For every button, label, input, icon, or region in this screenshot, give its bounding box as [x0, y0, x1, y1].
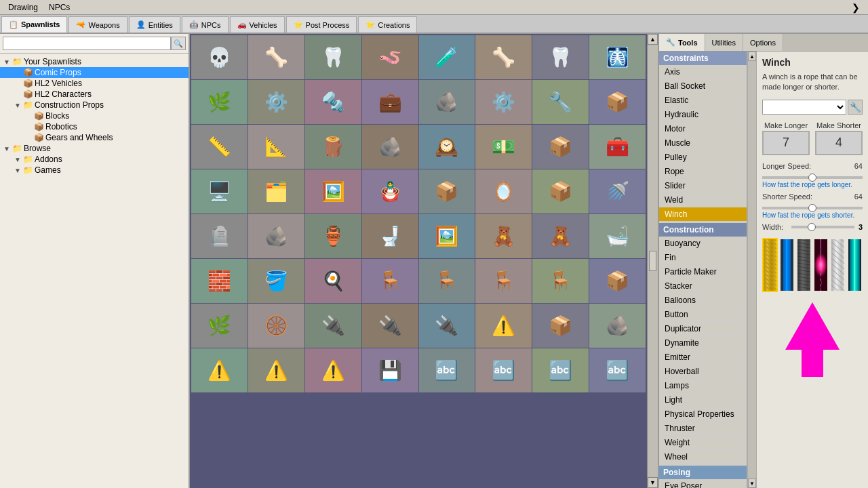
- make-longer-input[interactable]: [762, 131, 810, 155]
- prop-cell-62[interactable]: 🔤: [532, 348, 589, 392]
- prop-cell-33[interactable]: 🪨: [248, 214, 304, 258]
- prop-cell-50[interactable]: 🔌: [305, 304, 361, 348]
- make-shorter-input[interactable]: [815, 131, 863, 155]
- construction-item-particle-maker[interactable]: Particle Maker: [659, 265, 747, 279]
- prop-cell-51[interactable]: 🔌: [362, 304, 418, 348]
- construction-item-dynamite[interactable]: Dynamite: [659, 336, 747, 350]
- tab-creations[interactable]: ⭐ Creations: [358, 16, 417, 33]
- prop-cell-20[interactable]: 🕰️: [419, 125, 475, 169]
- rope-preview-2[interactable]: [796, 238, 812, 292]
- tree-item-gears[interactable]: 📦 Gears and Wheels: [0, 132, 189, 143]
- prop-cell-45[interactable]: 🪑: [475, 259, 532, 303]
- rope-preview-4[interactable]: [830, 238, 846, 292]
- scroll-thumb[interactable]: [649, 251, 656, 271]
- prop-cell-36[interactable]: 🖼️: [419, 214, 475, 258]
- construction-item-light[interactable]: Light: [659, 393, 747, 407]
- constraint-item-axis[interactable]: Axis: [659, 65, 747, 79]
- prop-cell-18[interactable]: 🪵: [305, 125, 361, 169]
- constraint-item-elastic[interactable]: Elastic: [659, 94, 747, 108]
- tree-item-spawnlists[interactable]: ▼ 📁 Your Spawnlists: [0, 56, 189, 67]
- right-tab-options[interactable]: Options: [743, 34, 783, 51]
- prop-cell-29[interactable]: 🪞: [475, 169, 532, 214]
- prop-cell-11[interactable]: 💼: [362, 80, 418, 124]
- menu-drawing[interactable]: Drawing: [3, 1, 43, 14]
- prop-cell-57[interactable]: ⚠️: [248, 348, 304, 392]
- prop-cell-22[interactable]: 📦: [532, 125, 589, 169]
- search-input[interactable]: [3, 37, 171, 50]
- construction-item-emitter[interactable]: Emitter: [659, 350, 747, 365]
- constraint-item-muscle[interactable]: Muscle: [659, 136, 747, 150]
- wrench-button[interactable]: 🔧: [848, 100, 863, 115]
- prop-cell-8[interactable]: 🌿: [191, 80, 248, 124]
- prop-cell-63[interactable]: 🔤: [589, 348, 646, 392]
- prop-cell-42[interactable]: 🍳: [305, 259, 361, 303]
- constraint-item-rope[interactable]: Rope: [659, 165, 747, 179]
- menu-npcs[interactable]: NPCs: [43, 1, 75, 14]
- right-tab-tools[interactable]: 🔧 Tools: [659, 34, 705, 51]
- prop-cell-44[interactable]: 🪑: [419, 259, 475, 303]
- tree-item-blocks[interactable]: 📦 Blocks: [0, 110, 189, 121]
- tree-item-hl2-chars[interactable]: 📦 HL2 Characters: [0, 89, 189, 100]
- prop-cell-3[interactable]: 🪱: [362, 35, 418, 79]
- construction-item-thruster[interactable]: Thruster: [659, 422, 747, 436]
- tree-item-construction-props[interactable]: ▼ 📁 Construction Props: [0, 100, 189, 110]
- tab-postprocess[interactable]: ⭐ Post Process: [286, 16, 357, 33]
- prop-cell-49[interactable]: 🛞: [248, 304, 304, 348]
- prop-cell-59[interactable]: 💾: [362, 348, 418, 392]
- prop-cell-43[interactable]: 🪑: [362, 259, 418, 303]
- scroll-up-btn[interactable]: ▲: [648, 34, 658, 45]
- prop-cell-7[interactable]: 🩻: [589, 35, 646, 79]
- prop-cell-9[interactable]: ⚙️: [248, 80, 304, 124]
- constraint-item-weld[interactable]: Weld: [659, 193, 747, 207]
- tab-vehicles[interactable]: 🚗 Vehicles: [230, 16, 285, 33]
- prop-cell-24[interactable]: 🖥️: [191, 169, 248, 214]
- prop-cell-27[interactable]: 🪆: [362, 169, 418, 214]
- tree-item-comic-props[interactable]: 📦 Comic Props: [0, 67, 189, 78]
- prop-cell-38[interactable]: 🧸: [532, 214, 589, 258]
- prop-cell-16[interactable]: 📏: [191, 125, 248, 169]
- rope-preview-1[interactable]: [779, 238, 795, 292]
- prop-cell-4[interactable]: 🧪: [419, 35, 475, 79]
- prop-cell-19[interactable]: 🪨: [362, 125, 418, 169]
- constraint-item-pulley[interactable]: Pulley: [659, 150, 747, 165]
- construction-item-fin[interactable]: Fin: [659, 251, 747, 265]
- construction-item-lamps[interactable]: Lamps: [659, 379, 747, 393]
- prop-cell-41[interactable]: 🪣: [248, 259, 304, 303]
- scroll-down-btn[interactable]: ▼: [648, 477, 658, 488]
- tree-item-browse[interactable]: ▼ 📁 Browse: [0, 143, 189, 154]
- prop-cell-55[interactable]: 🪨: [589, 304, 646, 348]
- prop-cell-23[interactable]: 🧰: [589, 125, 646, 169]
- prop-cell-0[interactable]: 💀: [191, 35, 248, 79]
- prop-cell-6[interactable]: 🦷: [532, 35, 589, 79]
- construction-item-duplicator[interactable]: Duplicator: [659, 322, 747, 336]
- tree-item-hl2-vehicles[interactable]: 📦 HL2 Vehicles: [0, 78, 189, 89]
- rope-preview-5[interactable]: [847, 238, 863, 292]
- prop-cell-15[interactable]: 📦: [589, 80, 646, 124]
- prop-cell-61[interactable]: 🔤: [475, 348, 532, 392]
- construction-item-balloons[interactable]: Balloons: [659, 293, 747, 308]
- construction-item-buoyancy[interactable]: Buoyancy: [659, 237, 747, 251]
- tree-item-addons[interactable]: ▼ 📁 Addons: [0, 154, 189, 165]
- constraint-item-motor[interactable]: Motor: [659, 122, 747, 136]
- prop-cell-34[interactable]: 🏺: [305, 214, 361, 258]
- prop-cell-46[interactable]: 🪑: [532, 259, 589, 303]
- rope-preview-0[interactable]: [762, 238, 778, 292]
- rope-preview-3[interactable]: [813, 238, 829, 292]
- prop-cell-21[interactable]: 💵: [475, 125, 532, 169]
- construction-item-button[interactable]: Button: [659, 308, 747, 322]
- right-tab-utilities[interactable]: Utilities: [705, 34, 743, 51]
- tab-spawnlists[interactable]: 📋 Spawnlists: [1, 16, 67, 33]
- rope-type-dropdown[interactable]: [762, 100, 846, 115]
- prop-cell-30[interactable]: 📦: [532, 169, 589, 214]
- prop-cell-26[interactable]: 🖼️: [305, 169, 361, 214]
- width-slider[interactable]: [791, 226, 854, 228]
- prop-cell-35[interactable]: 🚽: [362, 214, 418, 258]
- prop-cell-5[interactable]: 🦴: [475, 35, 532, 79]
- prop-cell-60[interactable]: 🔤: [419, 348, 475, 392]
- prop-cell-28[interactable]: 📦: [419, 169, 475, 214]
- tree-item-robotics[interactable]: 📦 Robotics: [0, 121, 189, 132]
- prop-cell-52[interactable]: 🔌: [419, 304, 475, 348]
- prop-cell-48[interactable]: 🌿: [191, 304, 248, 348]
- prop-cell-58[interactable]: ⚠️: [305, 348, 361, 392]
- prop-cell-39[interactable]: 🛁: [589, 214, 646, 258]
